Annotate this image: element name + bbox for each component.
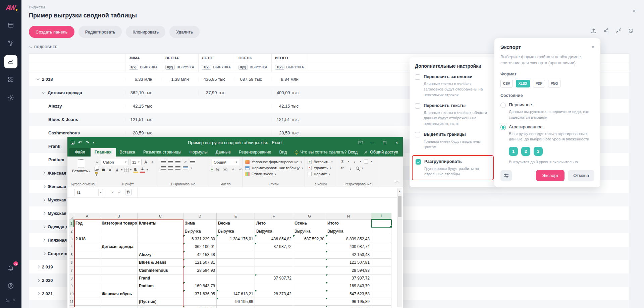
excel-cell[interactable] xyxy=(371,259,391,266)
chevron-right-icon[interactable] xyxy=(37,265,40,268)
excel-cell[interactable]: 37 987,72 xyxy=(255,243,293,251)
excel-cell[interactable]: Franti xyxy=(138,274,183,282)
excel-cell[interactable]: 96 195,89 xyxy=(217,298,255,306)
font-name-select[interactable]: Calibri▾ xyxy=(101,159,128,165)
excel-cell[interactable]: Blues & Jeans xyxy=(138,259,183,266)
measure-header[interactable]: F(X)ВЫРУЧКА xyxy=(125,62,162,72)
export-close-icon[interactable]: × xyxy=(591,45,594,50)
excel-cell[interactable]: Alezzy xyxy=(138,251,183,259)
cancel-entry-icon[interactable]: × xyxy=(111,190,114,195)
column-header-summer[interactable]: ЛЕТО xyxy=(198,54,235,62)
settings-option[interactable]: Переносить текстыДлинные тексты в ячейка… xyxy=(415,103,491,126)
clone-button[interactable]: Клонировать xyxy=(126,26,165,38)
wrap-text-icon[interactable] xyxy=(190,160,195,164)
checkbox-icon[interactable] xyxy=(415,74,420,80)
excel-cell[interactable]: Выручка xyxy=(293,227,326,235)
radio-selected-icon[interactable] xyxy=(500,125,506,130)
merge-center-icon[interactable] xyxy=(183,166,188,170)
format-chip-pdf[interactable]: PDF xyxy=(533,80,545,87)
excel-tab-6[interactable]: Данные xyxy=(212,148,235,157)
find-select-icon[interactable] xyxy=(356,167,359,170)
excel-cell[interactable] xyxy=(371,306,391,308)
excel-col-header-C[interactable]: C xyxy=(138,213,183,220)
excel-cell[interactable]: Зима xyxy=(183,220,217,227)
chevron-right-icon[interactable] xyxy=(42,225,46,228)
select-all-corner[interactable] xyxy=(69,213,74,220)
autosum-button[interactable]: Σ xyxy=(340,159,345,164)
excel-row-header-11[interactable]: 11 xyxy=(69,298,74,306)
excel-col-header-E[interactable]: E xyxy=(217,213,255,220)
app-logo[interactable]: AW xyxy=(6,4,16,11)
excel-cell[interactable]: Весна xyxy=(217,220,255,227)
fill-icon[interactable]: ↓ xyxy=(352,159,357,164)
excel-cell[interactable]: (Пустые) xyxy=(138,298,183,306)
chevron-down-icon[interactable] xyxy=(37,77,40,80)
excel-cell[interactable]: Podium xyxy=(138,282,183,290)
excel-cell[interactable]: 28 594,93 xyxy=(183,266,217,274)
excel-cell[interactable] xyxy=(138,243,183,251)
excel-minimize-icon[interactable]: — xyxy=(367,137,379,148)
excel-cell[interactable]: 121 507,81 xyxy=(326,259,371,266)
insert-cells-button[interactable]: +Вставить▾ xyxy=(308,159,334,165)
excel-cell[interactable] xyxy=(100,274,138,282)
excel-cell[interactable] xyxy=(371,251,391,259)
excel-cell[interactable]: Лето xyxy=(255,220,293,227)
undo-icon[interactable]: ↶ xyxy=(78,140,82,145)
state-option[interactable]: ПервичноеДанные выгружаются в первичном … xyxy=(500,102,594,120)
pivot-value-cell[interactable]: 28,59 тыс xyxy=(125,130,162,135)
sidebar-item-dashboards[interactable] xyxy=(4,19,17,32)
profile-button[interactable] xyxy=(4,280,17,293)
excel-cell[interactable]: 547 623,58 xyxy=(326,290,371,298)
chevron-right-icon[interactable] xyxy=(37,292,40,295)
delete-cells-button[interactable]: ×Удалить▾ xyxy=(308,165,334,171)
create-panel-button[interactable]: Создать панель xyxy=(29,26,74,38)
selected-cell-I1[interactable] xyxy=(371,220,392,228)
format-painter-icon[interactable] xyxy=(95,172,99,176)
excel-cell[interactable]: 400 087,74 xyxy=(326,243,371,251)
excel-tab-2[interactable]: Главная xyxy=(91,148,116,157)
format-cells-button[interactable]: Формат▾ xyxy=(308,171,334,177)
excel-row-header-10[interactable]: 10 xyxy=(69,290,74,298)
excel-cell[interactable] xyxy=(293,282,326,290)
excel-col-header-F[interactable]: F xyxy=(255,213,293,220)
excel-cell[interactable]: 37 987,72 xyxy=(255,274,293,282)
pivot-value-cell[interactable]: 6,33 млн xyxy=(125,77,162,82)
excel-cell[interactable] xyxy=(255,298,293,306)
collapse-icon[interactable] xyxy=(615,28,622,34)
measure-header[interactable]: F(X)ВЫРУЧКА xyxy=(235,62,271,72)
level-chip-2[interactable]: 2 xyxy=(521,147,530,156)
excel-tab-3[interactable]: Вставка xyxy=(116,148,139,157)
redo-icon[interactable]: ↷ xyxy=(86,140,89,145)
history-icon[interactable] xyxy=(628,28,634,34)
excel-cell[interactable] xyxy=(371,290,391,298)
excel-cell[interactable] xyxy=(293,251,326,259)
paste-button[interactable]: Вставить▾ xyxy=(70,159,92,174)
pivot-value-cell[interactable]: 37,99 тыс xyxy=(198,90,235,95)
formula-input[interactable] xyxy=(137,187,403,197)
excel-cell[interactable]: 687 592,30 xyxy=(293,235,326,243)
sign-in-link[interactable]: Вход xyxy=(348,150,358,155)
excel-col-header-B[interactable]: B xyxy=(100,213,138,220)
share-icon[interactable] xyxy=(603,28,609,34)
excel-col-header-I[interactable]: I xyxy=(371,213,391,220)
excel-cell[interactable] xyxy=(183,298,217,306)
pivot-value-cell[interactable]: 121,51 тыс xyxy=(125,117,162,122)
excel-cell[interactable] xyxy=(255,266,293,274)
excel-cell[interactable] xyxy=(183,274,217,282)
excel-cell[interactable] xyxy=(293,306,326,308)
underline-button[interactable]: Ч xyxy=(114,167,119,173)
excel-cell[interactable] xyxy=(217,259,255,266)
export-button[interactable]: Экспорт xyxy=(536,170,565,181)
excel-col-header-H[interactable]: H xyxy=(326,213,371,220)
excel-cell[interactable] xyxy=(74,298,100,306)
format-chip-csv[interactable]: CSV xyxy=(500,80,513,87)
excel-cell[interactable]: 169 843,79 xyxy=(183,282,217,290)
excel-cell[interactable] xyxy=(100,251,138,259)
checkbox-checked-icon[interactable] xyxy=(416,159,421,165)
excel-cell[interactable]: 96 195,89 xyxy=(326,298,371,306)
excel-row-header-1[interactable]: 1 xyxy=(69,220,74,227)
excel-cell[interactable] xyxy=(138,290,183,298)
excel-row-header-2[interactable]: 2 xyxy=(69,227,74,235)
insert-function-icon[interactable]: fx xyxy=(125,189,132,195)
excel-cell[interactable]: 37 987,72 xyxy=(326,274,371,282)
